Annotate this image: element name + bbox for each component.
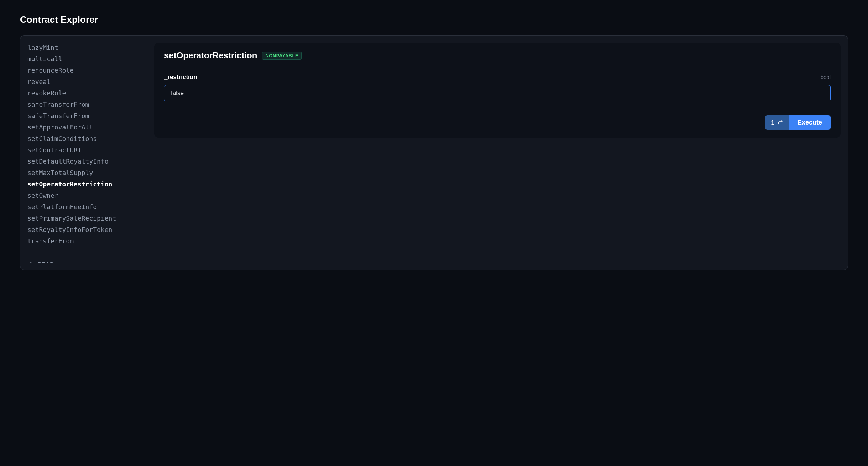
- main-content: setOperatorRestriction NONPAYABLE _restr…: [147, 36, 848, 270]
- sidebar-fn-setApprovalForAll[interactable]: setApprovalForAll: [27, 122, 137, 133]
- read-section-header[interactable]: READ: [27, 261, 137, 263]
- param-block: _restriction bool: [164, 67, 831, 108]
- sidebar-fn-setContractURI[interactable]: setContractURI: [27, 144, 137, 156]
- sidebar-fn-reveal[interactable]: reveal: [27, 76, 137, 88]
- page-title: Contract Explorer: [20, 14, 848, 25]
- sidebar-scroll[interactable]: lazyMintmulticallrenounceRolerevealrevok…: [27, 42, 147, 263]
- function-card-header: setOperatorRestriction NONPAYABLE: [164, 51, 831, 67]
- sidebar-fn-setPrimarySaleRecipient[interactable]: setPrimarySaleRecipient: [27, 213, 137, 224]
- eye-icon: [27, 261, 34, 263]
- explorer-panel: lazyMintmulticallrenounceRolerevealrevok…: [20, 35, 848, 270]
- sidebar-fn-lazyMint[interactable]: lazyMint: [27, 42, 137, 53]
- sidebar-fn-setMaxTotalSupply[interactable]: setMaxTotalSupply: [27, 167, 137, 179]
- param-type: bool: [821, 74, 831, 80]
- function-name: setOperatorRestriction: [164, 51, 257, 60]
- tx-count: 1: [771, 119, 774, 126]
- sidebar-fn-safeTransferFrom[interactable]: safeTransferFrom: [27, 99, 137, 110]
- sidebar-fn-renounceRole[interactable]: renounceRole: [27, 65, 137, 76]
- function-card: setOperatorRestriction NONPAYABLE _restr…: [154, 43, 841, 138]
- execute-button[interactable]: Execute: [789, 115, 831, 130]
- section-divider: [27, 255, 137, 255]
- sidebar-fn-transferFrom[interactable]: transferFrom: [27, 235, 137, 247]
- sidebar-fn-safeTransferFrom[interactable]: safeTransferFrom: [27, 110, 137, 122]
- section-label: READ: [37, 261, 54, 263]
- sidebar-fn-setClaimConditions[interactable]: setClaimConditions: [27, 133, 137, 144]
- param-input-restriction[interactable]: [164, 85, 831, 101]
- sidebar-fn-multicall[interactable]: multicall: [27, 53, 137, 65]
- sidebar-fn-setOperatorRestriction[interactable]: setOperatorRestriction: [27, 179, 137, 190]
- sidebar-fn-setPlatformFeeInfo[interactable]: setPlatformFeeInfo: [27, 201, 137, 213]
- sidebar-fn-revokeRole[interactable]: revokeRole: [27, 88, 137, 99]
- function-sidebar: lazyMintmulticallrenounceRolerevealrevok…: [20, 36, 147, 270]
- tx-count-button[interactable]: 1: [765, 115, 789, 130]
- execute-button-group: 1 Execute: [765, 115, 831, 130]
- sidebar-fn-setDefaultRoyaltyInfo[interactable]: setDefaultRoyaltyInfo: [27, 156, 137, 167]
- mutability-badge: NONPAYABLE: [262, 52, 302, 60]
- param-label: _restriction: [164, 74, 197, 81]
- function-actions: 1 Execute: [164, 108, 831, 130]
- swap-icon: [777, 120, 783, 126]
- sidebar-fn-setRoyaltyInfoForToken[interactable]: setRoyaltyInfoForToken: [27, 224, 137, 235]
- sidebar-fn-setOwner[interactable]: setOwner: [27, 190, 137, 201]
